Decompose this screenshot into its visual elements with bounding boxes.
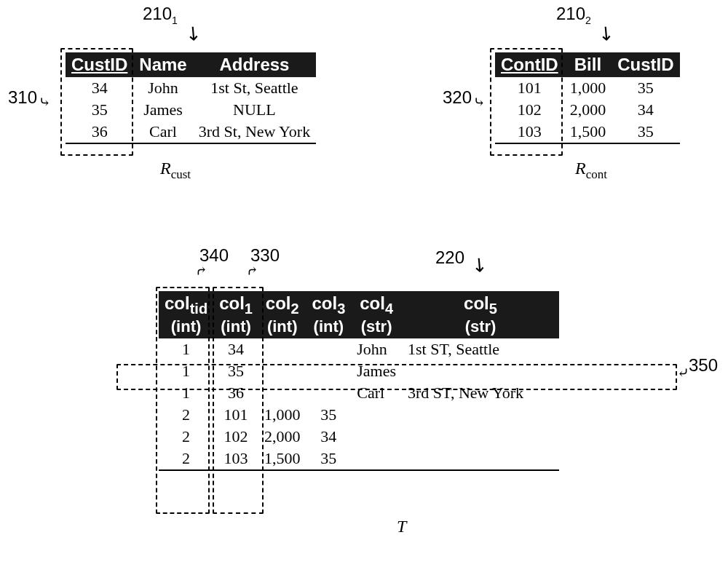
relation-letter: R: [575, 159, 586, 178]
relation-letter: T: [397, 517, 406, 536]
cell: NULL: [193, 99, 316, 121]
cell: 35: [66, 99, 133, 121]
cell: 35: [612, 121, 679, 143]
callout-210-1: 2101: [143, 4, 178, 26]
arrow-icon: ↘: [593, 20, 620, 47]
cell: 101: [213, 404, 258, 426]
callout-text: 350: [689, 355, 718, 375]
cell: John: [133, 77, 192, 99]
label-rcust: Rcust: [160, 159, 191, 182]
cell: 1,000: [564, 77, 612, 99]
col-header-tid: coltid(int): [159, 291, 213, 338]
cell: 102: [495, 99, 564, 121]
cell: 35: [213, 360, 258, 382]
cell: 34: [306, 426, 351, 448]
callout-text: 220: [435, 247, 464, 267]
cell: Carl: [351, 382, 402, 404]
cell: 2: [159, 426, 213, 448]
cell: 1: [159, 338, 213, 360]
cell: [351, 448, 402, 470]
cell: [351, 404, 402, 426]
cell: 2: [159, 404, 213, 426]
leader-icon: ⤶: [195, 262, 207, 279]
cell: [402, 360, 559, 382]
col-header-2: col2(int): [258, 291, 306, 338]
cell: 3rd ST, New York: [402, 382, 559, 404]
table-header-row: ContID Bill CustID: [495, 52, 680, 77]
callout-350: 350: [689, 355, 718, 376]
table-rcust: CustID Name Address 34 John 1st St, Seat…: [66, 52, 316, 144]
cell: 1: [159, 360, 213, 382]
cell: [306, 360, 351, 382]
table-row: 2 102 2,000 34: [159, 426, 559, 448]
col-header-1: col1(int): [213, 291, 258, 338]
cell: 1: [159, 382, 213, 404]
cell: [402, 404, 559, 426]
callout-210-2: 2102: [556, 4, 591, 26]
col-header-contid: ContID: [495, 52, 564, 77]
label-T: T: [397, 517, 406, 536]
callout-320: 320: [443, 87, 472, 108]
leader-icon: ⤷: [39, 93, 51, 111]
label-rcont: Rcont: [575, 159, 607, 182]
cell: 102: [213, 426, 258, 448]
callout-310: 310: [8, 87, 37, 108]
cell: 34: [612, 99, 679, 121]
leader-icon: ⤷: [473, 93, 486, 111]
cell: 36: [66, 121, 133, 143]
cell: James: [351, 360, 402, 382]
callout-text: 320: [443, 87, 472, 107]
col-header-name: Name: [133, 52, 192, 77]
leader-icon: ⤶: [677, 364, 689, 381]
cell: 2,000: [258, 426, 306, 448]
callout-220: 220: [435, 247, 464, 268]
table-row: 1 36 Carl 3rd ST, New York: [159, 382, 559, 404]
cell: [306, 338, 351, 360]
cell: 1st ST, Seattle: [402, 338, 559, 360]
table-row: 101 1,000 35: [495, 77, 680, 99]
relation-sub: cont: [586, 167, 607, 181]
cell: 1,500: [564, 121, 612, 143]
leader-icon: ⤶: [246, 262, 258, 279]
col-header-3: col3(int): [306, 291, 351, 338]
table-rcont: ContID Bill CustID 101 1,000 35 102 2,00…: [495, 52, 680, 144]
table-row: 1 35 James: [159, 360, 559, 382]
table-row: 2 101 1,000 35: [159, 404, 559, 426]
table-T: coltid(int) col1(int) col2(int) col3(int…: [159, 291, 559, 471]
cell: [258, 360, 306, 382]
col-header-4: col4(str): [351, 291, 402, 338]
cell: [402, 448, 559, 470]
cell: 1,500: [258, 448, 306, 470]
table-row: 2 103 1,500 35: [159, 448, 559, 470]
cell: [258, 338, 306, 360]
table-row: 1 34 John 1st ST, Seattle: [159, 338, 559, 360]
cell: 34: [213, 338, 258, 360]
cell: [402, 426, 559, 448]
table-header-row: coltid(int) col1(int) col2(int) col3(int…: [159, 291, 559, 338]
relation-sub: cust: [171, 167, 191, 181]
table-row: 36 Carl 3rd St, New York: [66, 121, 316, 143]
col-header-5: col5(str): [402, 291, 559, 338]
cell: 103: [495, 121, 564, 143]
cell: 103: [213, 448, 258, 470]
arrow-icon: ↘: [467, 251, 494, 279]
table-row: 103 1,500 35: [495, 121, 680, 143]
cell: 101: [495, 77, 564, 99]
cell: James: [133, 99, 192, 121]
table-row: 102 2,000 34: [495, 99, 680, 121]
callout-sub: 2: [585, 15, 591, 26]
cell: 3rd St, New York: [193, 121, 316, 143]
callout-sub: 1: [172, 15, 178, 26]
table-header-row: CustID Name Address: [66, 52, 316, 77]
cell: [306, 382, 351, 404]
cell: 2: [159, 448, 213, 470]
cell: 35: [306, 448, 351, 470]
col-header-custid: CustID: [612, 52, 679, 77]
col-header-bill: Bill: [564, 52, 612, 77]
table-row: 34 John 1st St, Seattle: [66, 77, 316, 99]
cell: 34: [66, 77, 133, 99]
callout-text: 310: [8, 87, 37, 107]
relation-letter: R: [160, 159, 171, 178]
col-header-address: Address: [193, 52, 316, 77]
cell: 2,000: [564, 99, 612, 121]
